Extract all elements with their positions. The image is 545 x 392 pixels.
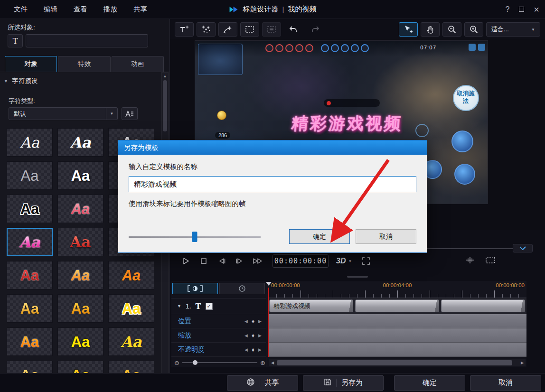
add-title-text-button[interactable] — [175, 22, 194, 37]
undo-button[interactable] — [284, 22, 303, 37]
font-preset-16[interactable]: Aa — [7, 294, 53, 323]
section-collapse-icon[interactable]: ▼ — [4, 79, 8, 84]
keyframe-prev-icon[interactable]: ◀ — [244, 333, 248, 338]
font-style-list-button[interactable] — [122, 107, 138, 120]
save-as-button[interactable]: 另存为 — [303, 375, 384, 391]
tab-特效[interactable]: 特效 — [58, 56, 110, 72]
tab-对象[interactable]: 对象 — [5, 56, 57, 72]
zoom-out-button[interactable] — [442, 22, 461, 37]
track-collapse-icon[interactable]: ▼ — [177, 304, 181, 308]
timeline-ruler[interactable]: 00:00:00:0000:00:04:0000:00:08:00 — [268, 281, 526, 298]
dialog-titlebar[interactable]: 另存为模板 — [118, 140, 427, 155]
3d-mode-dropdown[interactable]: 3D ▼ — [336, 257, 352, 265]
previous-frame-button[interactable] — [214, 254, 230, 268]
keyframe-next-icon[interactable]: ▶ — [258, 319, 262, 324]
safe-zone-icon[interactable] — [485, 256, 496, 266]
font-preset-21[interactable]: Aa — [108, 327, 154, 356]
dialog-cancel-button[interactable]: 取消 — [356, 229, 416, 244]
prop-label-position[interactable]: 位置 — [178, 317, 191, 326]
keyframe-add-icon[interactable]: ♦ — [252, 332, 254, 339]
grid-icon[interactable] — [465, 256, 475, 266]
slider-thumb[interactable] — [192, 232, 197, 242]
zoom-thumb[interactable] — [193, 360, 197, 365]
font-preset-19[interactable]: Aa — [7, 327, 53, 356]
stop-button[interactable] — [196, 254, 212, 268]
track-header[interactable]: ▼ 1. T ✓ — [171, 298, 266, 314]
keyframe-add-icon[interactable]: ♦ — [252, 346, 254, 353]
font-preset-8[interactable]: Aa — [57, 195, 103, 223]
add-motion-text-button[interactable] — [218, 22, 237, 37]
fullscreen-button[interactable] — [361, 256, 371, 266]
font-preset-14[interactable]: Aa — [57, 261, 103, 289]
prop-label-scale[interactable]: 缩放 — [178, 331, 191, 340]
zoom-fit-dropdown[interactable]: 适合... ▼ — [486, 22, 540, 37]
playhead-line[interactable] — [268, 288, 269, 357]
keyframe-next-icon[interactable]: ▶ — [258, 333, 262, 338]
position-keyframe-track[interactable] — [268, 314, 526, 328]
scrollbar-thumb[interactable] — [163, 80, 167, 131]
timecode-display[interactable]: 00:00:00:00 — [272, 254, 329, 268]
help-icon[interactable]: ? — [505, 5, 509, 14]
font-preset-11[interactable]: Aa — [57, 228, 103, 256]
prop-label-opacity[interactable]: 不透明度 — [178, 345, 205, 354]
opacity-keyframe-track[interactable] — [268, 343, 526, 357]
font-preset-1[interactable]: Aa — [7, 128, 53, 157]
scroll-right-icon[interactable]: ▶ — [519, 361, 526, 365]
panel-splitter-handle[interactable] — [347, 276, 368, 278]
font-preset-20[interactable]: Aa — [57, 327, 103, 356]
scroll-up-icon[interactable]: ▲ — [162, 73, 168, 79]
timeline-scrollbar[interactable]: ◀ ▶ — [269, 359, 526, 366]
font-preset-7[interactable]: Aa — [7, 195, 53, 223]
next-frame-button[interactable] — [232, 254, 248, 268]
scrollbar-thumb[interactable] — [277, 360, 512, 365]
tab-动画[interactable]: 动画 — [112, 56, 164, 72]
thumbnail-frame-slider[interactable] — [129, 231, 261, 243]
duration-view-toggle[interactable] — [219, 283, 265, 294]
keyframe-prev-icon[interactable]: ◀ — [244, 319, 248, 324]
maximize-icon[interactable] — [519, 7, 524, 12]
zoom-in-button[interactable] — [464, 22, 483, 37]
menu-item-5[interactable]: 共享 — [125, 5, 155, 14]
scroll-left-icon[interactable]: ◀ — [269, 361, 276, 365]
scale-keyframe-track[interactable] — [268, 328, 526, 343]
zoom-out-icon[interactable]: ⊖ — [174, 360, 179, 366]
keyframe-prev-icon[interactable]: ◀ — [244, 347, 248, 352]
font-preset-13[interactable]: Aa — [7, 261, 53, 289]
hand-pan-tool-button[interactable] — [421, 22, 440, 37]
font-preset-5[interactable]: Aa — [57, 161, 103, 190]
font-preset-4[interactable]: Aa — [7, 161, 53, 190]
template-name-input[interactable] — [129, 176, 416, 192]
object-name-input[interactable] — [26, 34, 148, 47]
title-clip-2[interactable] — [355, 299, 439, 312]
zoom-track[interactable] — [182, 362, 257, 363]
keyframe-next-icon[interactable]: ▶ — [258, 347, 262, 352]
menu-item-3[interactable]: 查看 — [66, 5, 95, 14]
select-move-tool-button[interactable] — [399, 22, 418, 37]
font-preset-10[interactable]: Aa — [7, 228, 53, 256]
menu-item-1[interactable]: 文件 — [6, 5, 36, 14]
keyframe-add-icon[interactable]: ♦ — [252, 318, 254, 325]
keyframe-view-toggle[interactable] — [172, 283, 218, 294]
insert-image-button[interactable] — [240, 22, 259, 37]
title-clip-1[interactable]: 精彩游戏视频 — [269, 299, 353, 312]
title-text-overlay[interactable]: 精彩游戏视频 — [291, 112, 404, 135]
play-button[interactable] — [178, 254, 194, 268]
menu-item-2[interactable]: 编辑 — [36, 5, 66, 14]
chevron-down-icon[interactable]: ▼ — [106, 108, 117, 120]
cancel-button[interactable]: 取消 — [470, 375, 541, 391]
char-presets-section[interactable]: ▼ 字符预设 — [4, 77, 38, 85]
track-enabled-checkbox[interactable]: ✓ — [206, 303, 213, 310]
font-preset-18[interactable]: Aa — [108, 294, 154, 323]
title-clip-3[interactable] — [441, 299, 525, 312]
collapse-panel-button[interactable] — [513, 244, 533, 252]
font-preset-17[interactable]: Aa — [57, 294, 103, 323]
zoom-in-icon[interactable]: ⊕ — [260, 360, 265, 366]
menu-item-4[interactable]: 播放 — [95, 5, 125, 14]
font-preset-2[interactable]: Aa — [57, 128, 103, 157]
share-button[interactable]: 共享 — [227, 375, 298, 391]
add-particle-text-button[interactable] — [197, 22, 216, 37]
ok-button[interactable]: 确定 — [394, 375, 465, 391]
dialog-ok-button[interactable]: 确定 — [289, 229, 350, 244]
font-preset-15[interactable]: Aa — [108, 261, 154, 289]
close-icon[interactable]: × — [534, 5, 539, 14]
